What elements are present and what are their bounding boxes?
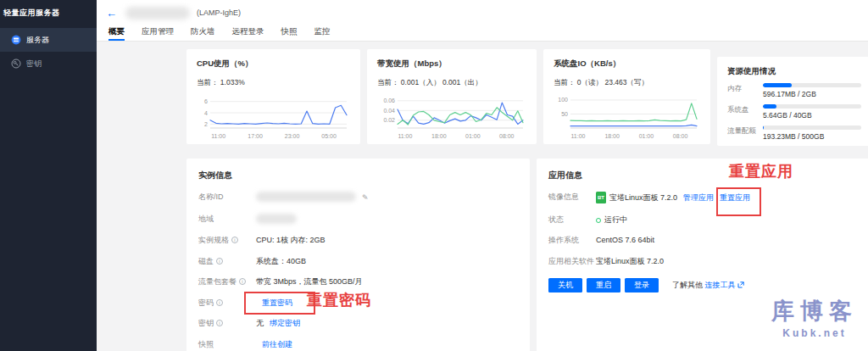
field-value: ✎ — [256, 192, 369, 203]
edit-icon[interactable]: ✎ — [362, 193, 369, 202]
app-info-title: 应用信息 — [548, 170, 864, 181]
field-label: 快照 — [198, 339, 256, 349]
sidebar: 轻量应用服务器 服务器密钥 — [0, 0, 97, 351]
field-value-text: 无 — [256, 319, 264, 327]
field-value-text: 系统盘：40GB — [256, 257, 306, 265]
link-绑定密钥[interactable]: 绑定密钥 — [270, 319, 300, 327]
tab-overview[interactable]: 概要 — [108, 26, 125, 41]
key-icon — [11, 58, 21, 69]
progress-bar — [763, 125, 861, 130]
field-value: 系统盘：40GB — [256, 256, 306, 266]
link-重置密码[interactable]: 重置密码 — [262, 298, 292, 307]
sidebar-item-label: 服务器 — [26, 35, 49, 46]
chart-title: 带宽使用（Mbps） — [377, 58, 526, 70]
resource-meter: 596.17MB / 2GB — [763, 83, 861, 98]
field-label: 应用相关软件 — [548, 256, 596, 266]
field-label-text: 密钥 — [198, 318, 214, 328]
resource-row-memory: 内存596.17MB / 2GB — [727, 83, 868, 98]
info-icon[interactable]: i — [216, 320, 223, 326]
sidebar-item-servers[interactable]: 服务器 — [0, 28, 97, 52]
resource-usage-card: 资源使用情况内存596.17MB / 2GB系统盘5.64GB / 40GB流量… — [717, 57, 868, 146]
info-icon[interactable]: i — [216, 258, 223, 265]
shutdown-button[interactable]: 关机 — [548, 278, 582, 292]
link-前往创建[interactable]: 前往创建 — [262, 340, 292, 348]
bandwidth-chart: 0.020.040.0611:0018:0001:0008:00 — [377, 92, 526, 140]
field-label-text: 名称/ID — [198, 192, 224, 202]
field-value-text: CPU: 1核 内存: 2GB — [256, 236, 326, 244]
server-icon — [11, 35, 21, 45]
field-label: 磁盘i — [198, 256, 256, 266]
series-CPU — [210, 105, 347, 124]
annotated-link-wrap: 重置密码 — [262, 298, 292, 308]
instance-info-title: 实例信息 — [198, 170, 518, 181]
back-icon[interactable]: ← — [106, 8, 117, 19]
field-label-text: 状态 — [548, 214, 564, 225]
more-tools-text: 了解其他 — [672, 281, 703, 289]
info-icon[interactable]: i — [231, 237, 238, 243]
chart-card-bandwidth: 带宽使用（Mbps）当前： 0.001（入） 0.001（出）0.020.040… — [367, 49, 537, 144]
tab-snapshot[interactable]: 快照 — [281, 26, 298, 41]
link-重置应用[interactable]: 重置应用 — [720, 193, 750, 202]
tab-firewall[interactable]: 防火墙 — [191, 26, 215, 41]
instance-row-region: 地域 — [198, 214, 518, 225]
restart-button[interactable]: 重启 — [587, 278, 620, 292]
svg-text:18:00: 18:00 — [431, 133, 447, 139]
field-value-text: CentOS 7.6 64bit — [596, 236, 654, 244]
field-value: 前往创建 — [256, 339, 292, 349]
login-button[interactable]: 登录 — [625, 278, 659, 292]
svg-text:0.06: 0.06 — [383, 98, 395, 103]
svg-text:11:00: 11:00 — [211, 133, 225, 139]
svg-text:4: 4 — [204, 110, 208, 116]
chart-current-value: 当前： 1.033% — [197, 78, 350, 88]
external-link-icon — [737, 281, 744, 288]
watermark: 库博客 Kubk.net — [771, 296, 858, 339]
app-row-status: 状态运行中 — [548, 214, 864, 225]
instance-row-ssh-key: 密钥i无绑定密钥 — [198, 318, 518, 328]
connect-tools-link[interactable]: 连接工具 — [705, 281, 736, 289]
action-buttons: 关机重启登录 — [548, 278, 663, 292]
resource-usage-title: 资源使用情况 — [727, 66, 868, 77]
sidebar-item-label: 密钥 — [26, 58, 42, 70]
svg-text:23:00: 23:00 — [285, 133, 300, 139]
field-value-text: 宝塔Linux面板 7.2.0 — [609, 193, 677, 202]
watermark-en: Kubk.net — [771, 327, 858, 339]
sidebar-item-keys[interactable]: 密钥 — [0, 52, 97, 75]
app-row-app-software: 应用相关软件宝塔Linux面板 7.2.0 — [548, 256, 864, 266]
tab-app-management[interactable]: 应用管理 — [142, 26, 174, 41]
tab-bar: 概要应用管理防火墙远程登录快照监控 — [97, 25, 868, 42]
field-value: 带宽 3Mbps，流量包 500GB/月 — [256, 276, 363, 287]
annotation-box — [716, 187, 761, 216]
info-icon[interactable]: i — [216, 299, 223, 306]
info-icon[interactable]: i — [239, 278, 246, 285]
instance-name-redacted — [125, 7, 190, 20]
field-value: CPU: 1核 内存: 2GB — [256, 235, 326, 245]
svg-text:2: 2 — [204, 121, 208, 127]
field-label-text: 磁盘 — [198, 256, 214, 266]
resource-meter: 193.23MB / 500GB — [763, 125, 861, 141]
chart-title: 系统盘IO（KB/s） — [554, 58, 700, 70]
chart-title: CPU使用（%） — [197, 58, 350, 70]
link-管理应用[interactable]: 管理应用 — [683, 193, 714, 202]
progress-bar — [763, 83, 861, 87]
series-读 — [570, 125, 697, 125]
svg-text:11:00: 11:00 — [398, 133, 412, 139]
tab-monitor[interactable]: 监控 — [314, 26, 331, 41]
instance-row-snapshot: 快照前往创建 — [198, 339, 518, 349]
chart-card-disk-io: 系统盘IO（KB/s）当前： 0（读） 23.463（写）5010011:001… — [543, 49, 710, 144]
field-value-text: 带宽 3Mbps，流量包 500GB/月 — [256, 277, 363, 286]
svg-text:01:00: 01:00 — [465, 133, 481, 139]
field-value: CentOS 7.6 64bit — [596, 235, 654, 245]
instance-row-disk: 磁盘i系统盘：40GB — [198, 256, 518, 266]
svg-text:01:00: 01:00 — [639, 133, 654, 139]
field-value: 宝塔Linux面板 7.2.0 — [596, 256, 664, 266]
cpu-chart: 24611:0017:0023:0005:00 — [197, 92, 350, 140]
more-tools: 了解其他 连接工具 — [672, 280, 744, 291]
field-value-text: 宝塔Linux面板 7.2.0 — [596, 257, 664, 265]
redacted-value — [256, 192, 356, 202]
resource-meter: 5.64GB / 40GB — [763, 104, 861, 120]
field-label-text: 应用相关软件 — [548, 256, 594, 266]
progress-fill — [763, 104, 776, 109]
field-label-text: 操作系统 — [548, 235, 579, 245]
field-label-text: 流量包套餐 — [198, 276, 236, 287]
tab-remote-login[interactable]: 远程登录 — [232, 26, 264, 41]
